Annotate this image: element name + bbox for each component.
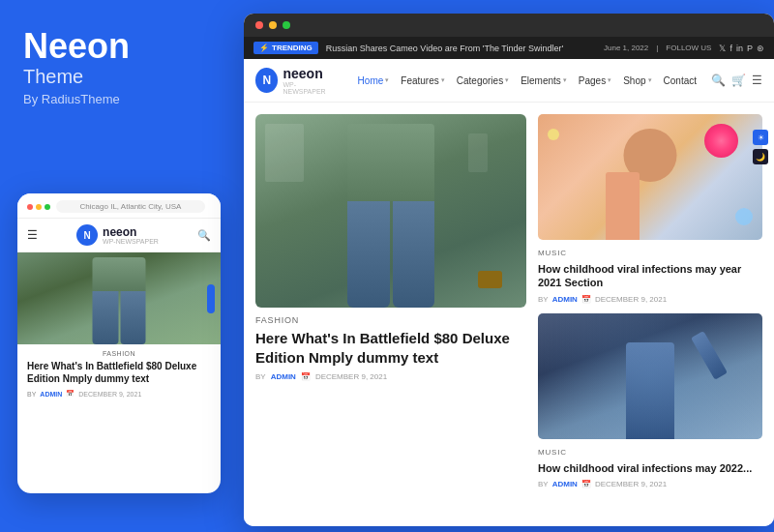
main-article-title[interactable]: Here What's In Battlefield $80 Deluxe Ed… bbox=[255, 329, 526, 367]
search-icon[interactable]: 🔍 bbox=[711, 74, 726, 87]
sidebar-title-2[interactable]: How childhood viral infections may 2022.… bbox=[538, 461, 762, 475]
sidebar-meta-2: BY ADMIN 📅 DECEMBER 9, 2021 bbox=[538, 480, 762, 488]
nav-item-features[interactable]: Features ▾ bbox=[396, 73, 449, 89]
nav-actions: 🔍 🛒 ☰ bbox=[711, 74, 762, 87]
mobile-card-info: FASHION Here What's In Battlefield $80 D… bbox=[17, 344, 221, 401]
chevron-down-icon: ▾ bbox=[385, 76, 389, 84]
sidebar-category-1: MUSIC bbox=[538, 249, 762, 257]
chevron-down-icon: ▾ bbox=[648, 76, 652, 84]
menu-icon[interactable]: ☰ bbox=[752, 74, 762, 87]
lightning-icon: ⚡ bbox=[259, 44, 269, 52]
nav-item-contact[interactable]: Contact bbox=[659, 73, 701, 89]
cart-icon[interactable]: 🛒 bbox=[731, 74, 746, 87]
deco-dot-2 bbox=[735, 208, 753, 225]
nav-menu: Home ▾ Features ▾ Categories ▾ Elements … bbox=[353, 73, 701, 89]
sidebar-date-1: DECEMBER 9, 2021 bbox=[595, 295, 667, 304]
brand-by: By RadiusTheme bbox=[23, 92, 214, 106]
mobile-mockup: Chicago IL, Atlantic City, USA ☰ N neeon… bbox=[17, 193, 221, 493]
max-dot bbox=[45, 204, 50, 210]
main-article-hero-image bbox=[255, 114, 526, 308]
meta-date: DECEMBER 9, 2021 bbox=[315, 372, 387, 381]
hamburger-icon[interactable]: ☰ bbox=[27, 228, 38, 242]
site-logo-icon: N bbox=[255, 68, 278, 93]
mobile-logo: N neeon WP-NEWSPAPER bbox=[76, 224, 159, 246]
twitter-icon[interactable]: 𝕏 bbox=[719, 44, 726, 53]
close-dot bbox=[27, 204, 33, 210]
nav-item-elements[interactable]: Elements ▾ bbox=[516, 73, 572, 89]
hero-figure bbox=[347, 124, 434, 308]
nav-item-categories[interactable]: Categories ▾ bbox=[452, 73, 514, 89]
figure-legs bbox=[347, 201, 434, 308]
nav-item-pages[interactable]: Pages ▾ bbox=[574, 73, 616, 89]
person-body bbox=[606, 172, 640, 240]
nav-item-shop[interactable]: Shop ▾ bbox=[618, 73, 656, 89]
site-nav: N neeon WP-NEWSPAPER Home ▾ Features ▾ C… bbox=[244, 59, 774, 103]
main-content: FASHION Here What's In Battlefield $80 D… bbox=[244, 103, 774, 526]
chevron-down-icon: ▾ bbox=[563, 76, 567, 84]
mobile-article-meta: BY ADMIN 📅 DECEMBER 9, 2021 bbox=[27, 390, 211, 398]
meta-author[interactable]: ADMIN bbox=[271, 372, 296, 381]
sidebar-card-2: MUSIC How childhood viral infections may… bbox=[538, 313, 762, 488]
sidebar-author-2[interactable]: ADMIN bbox=[552, 480, 578, 488]
chevron-down-icon: ▾ bbox=[441, 76, 445, 84]
trending-label: TRENDING bbox=[272, 44, 313, 52]
scroll-indicator[interactable] bbox=[207, 284, 215, 313]
left-panel: Neeon Theme By RadiusTheme Chicago IL, A… bbox=[0, 0, 237, 532]
browser-min-dot[interactable] bbox=[269, 21, 277, 29]
linkedin-icon[interactable]: in bbox=[736, 44, 743, 53]
sidebar-articles: MUSIC How childhood viral infections may… bbox=[538, 114, 762, 517]
follow-label: FOLLOW US bbox=[666, 44, 711, 52]
meta-separator: 📅 bbox=[66, 390, 74, 398]
pinterest-icon[interactable]: P bbox=[747, 44, 753, 53]
brand-name: Neeon bbox=[23, 27, 214, 66]
sidebar-image-1 bbox=[538, 114, 762, 240]
mobile-top-bar: Chicago IL, Atlantic City, USA bbox=[17, 193, 221, 219]
figure-torso bbox=[347, 124, 434, 201]
lollipop-prop bbox=[704, 124, 738, 158]
trending-date: June 1, 2022 bbox=[604, 44, 648, 52]
facebook-icon[interactable]: f bbox=[729, 44, 732, 53]
calendar-icon: 📅 bbox=[301, 372, 311, 381]
browser-close-dot[interactable] bbox=[255, 21, 263, 29]
browser-top-bar bbox=[244, 14, 774, 37]
main-article-category: FASHION bbox=[255, 315, 526, 325]
float-widget: ☀ 🌙 bbox=[753, 130, 768, 164]
mobile-logo-text: neeon WP-NEWSPAPER bbox=[103, 226, 159, 245]
search-icon[interactable]: 🔍 bbox=[197, 229, 211, 242]
site-logo[interactable]: N neeon WP-NEWSPAPER bbox=[255, 66, 334, 95]
figure-legs bbox=[93, 291, 146, 344]
browser-mockup: ⚡ TRENDING Russian Shares Cameo Video ar… bbox=[244, 14, 774, 526]
deco-dot bbox=[548, 129, 559, 140]
nav-item-home[interactable]: Home ▾ bbox=[353, 73, 395, 89]
mobile-hero-image bbox=[17, 252, 221, 344]
meta-date: DECEMBER 9, 2021 bbox=[78, 391, 141, 398]
chevron-down-icon: ▾ bbox=[608, 76, 611, 84]
float-btn-light[interactable]: ☀ bbox=[753, 130, 768, 145]
sidebar-cal-2: 📅 bbox=[581, 480, 591, 488]
bg-element bbox=[265, 124, 304, 182]
light-effect bbox=[538, 313, 762, 439]
mobile-article-title[interactable]: Here What's In Battlefield $80 Deluxe Ed… bbox=[27, 360, 211, 385]
chevron-down-icon: ▾ bbox=[505, 76, 509, 84]
sidebar-meta-1: BY ADMIN 📅 DECEMBER 9, 2021 bbox=[538, 295, 762, 304]
sidebar-card-1: MUSIC How childhood viral infections may… bbox=[538, 114, 762, 304]
sidebar-image-2 bbox=[538, 313, 762, 439]
mobile-article-category: FASHION bbox=[27, 350, 211, 357]
sidebar-title-1[interactable]: How childhood viral infections may year … bbox=[538, 262, 762, 290]
brand-subtitle: Theme bbox=[23, 66, 214, 88]
trending-badge: ⚡ TRENDING bbox=[253, 42, 318, 54]
main-article: FASHION Here What's In Battlefield $80 D… bbox=[255, 114, 526, 517]
mobile-url-bar: Chicago IL, Atlantic City, USA bbox=[56, 200, 205, 213]
site-logo-sub: WP-NEWSPAPER bbox=[283, 81, 333, 95]
sidebar-author-1[interactable]: ADMIN bbox=[552, 295, 578, 304]
rss-icon[interactable]: ⊛ bbox=[757, 44, 764, 53]
browser-max-dot[interactable] bbox=[283, 21, 290, 29]
float-btn-dark[interactable]: 🌙 bbox=[753, 149, 768, 164]
trending-bar: ⚡ TRENDING Russian Shares Cameo Video ar… bbox=[244, 37, 774, 59]
bg-element-2 bbox=[468, 133, 488, 172]
leg-left bbox=[93, 291, 119, 344]
leg-left bbox=[347, 201, 390, 308]
camera-prop bbox=[478, 271, 502, 288]
sidebar-meta-by-1: BY bbox=[538, 295, 549, 304]
meta-author[interactable]: ADMIN bbox=[40, 391, 62, 398]
